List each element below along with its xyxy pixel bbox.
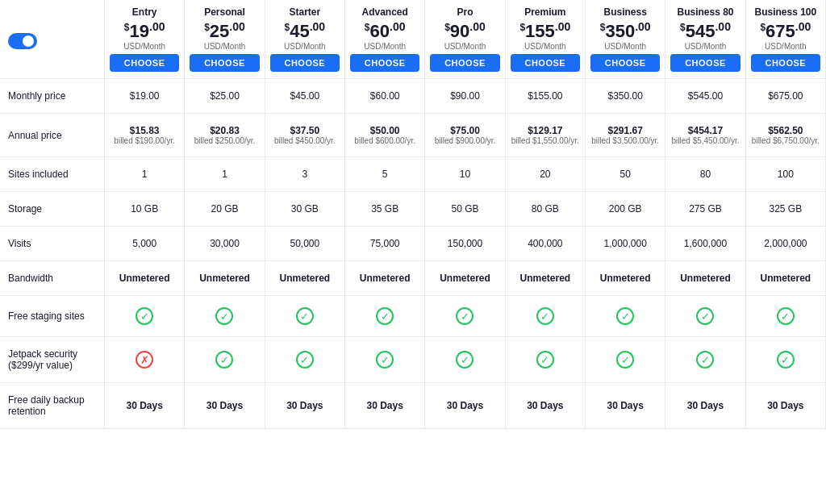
plan-name: Business (590, 6, 660, 18)
row-label-jetpack_security: Jetpack security ($299/yr value) (0, 337, 105, 382)
cell-bandwidth-1: Unmetered (185, 261, 265, 295)
row-label-monthly_price: Monthly price (0, 79, 105, 113)
header-row: Entry $19.00 USD/Month CHOOSE Personal $… (0, 0, 826, 79)
cell-sites_included-5: 20 (506, 157, 586, 191)
cell-storage-3: 35 GB (345, 192, 425, 226)
cell-backup_retention-1: 30 Days (185, 383, 265, 428)
row-free_staging: Free staging sites✓✓✓✓✓✓✓✓✓ (0, 296, 826, 337)
plan-header-business-100: Business 100 $675.00 USD/Month CHOOSE (746, 0, 826, 78)
choose-button[interactable]: CHOOSE (670, 54, 740, 72)
cell-monthly_price-6: $350.00 (586, 79, 665, 113)
plan-price: $545.00 (670, 21, 740, 40)
billing-toggle-area (0, 0, 105, 78)
plan-name: Business 80 (670, 6, 740, 18)
cell-backup_retention-4: 30 Days (425, 383, 505, 428)
row-sites_included: Sites included113510205080100 (0, 157, 826, 192)
check-icon: ✓ (777, 351, 795, 369)
annual-main-price: $454.17 (688, 125, 723, 136)
x-icon: ✗ (136, 351, 153, 369)
cell-annual_price-7: $454.17billed $5,450.00/yr. (665, 114, 745, 156)
cell-bandwidth-6: Unmetered (586, 261, 665, 295)
cell-free_staging-4: ✓ (425, 296, 505, 336)
choose-button[interactable]: CHOOSE (190, 54, 259, 72)
cell-sites_included-0: 1 (105, 157, 185, 191)
check-icon: ✓ (215, 351, 233, 369)
plan-header-entry: Entry $19.00 USD/Month CHOOSE (105, 0, 185, 78)
choose-button[interactable]: CHOOSE (110, 54, 179, 72)
cell-sites_included-2: 3 (265, 157, 345, 191)
check-icon: ✓ (215, 307, 233, 325)
choose-button[interactable]: CHOOSE (350, 54, 419, 72)
cell-free_staging-5: ✓ (506, 296, 586, 336)
cell-visits-1: 30,000 (185, 227, 265, 260)
plan-currency-period: USD/Month (270, 42, 340, 51)
plan-header-pro: Pro $90.00 USD/Month CHOOSE (425, 0, 505, 78)
cell-backup_retention-7: 30 Days (665, 383, 745, 428)
plan-price: $675.00 (751, 21, 820, 40)
check-icon: ✓ (536, 351, 554, 369)
plan-price: $155.00 (511, 21, 580, 40)
cell-jetpack_security-2: ✓ (265, 337, 345, 382)
check-icon: ✓ (136, 307, 153, 325)
choose-button[interactable]: CHOOSE (430, 54, 499, 72)
row-label-visits: Visits (0, 227, 105, 260)
cell-visits-3: 75,000 (345, 227, 425, 260)
cell-free_staging-0: ✓ (105, 296, 185, 336)
cell-free_staging-8: ✓ (746, 296, 826, 336)
billing-toggle[interactable] (8, 33, 37, 49)
cell-jetpack_security-6: ✓ (586, 337, 665, 382)
choose-button[interactable]: CHOOSE (511, 54, 580, 72)
cell-bandwidth-5: Unmetered (506, 261, 586, 295)
cell-annual_price-3: $50.00billed $600.00/yr. (345, 114, 425, 156)
row-label-storage: Storage (0, 192, 105, 226)
plan-header-premium: Premium $155.00 USD/Month CHOOSE (506, 0, 586, 78)
choose-button[interactable]: CHOOSE (590, 54, 660, 72)
plan-name: Premium (511, 6, 580, 18)
cell-visits-6: 1,000,000 (586, 227, 665, 260)
check-icon: ✓ (296, 351, 314, 369)
cell-monthly_price-8: $675.00 (746, 79, 826, 113)
choose-button[interactable]: CHOOSE (751, 54, 820, 72)
cell-visits-4: 150,000 (425, 227, 505, 260)
cell-monthly_price-3: $60.00 (345, 79, 425, 113)
cell-annual_price-0: $15.83billed $190.00/yr. (105, 114, 185, 156)
check-icon: ✓ (376, 307, 394, 325)
cell-jetpack_security-5: ✓ (506, 337, 586, 382)
plan-currency-period: USD/Month (110, 42, 179, 51)
row-bandwidth: BandwidthUnmeteredUnmeteredUnmeteredUnme… (0, 261, 826, 296)
plan-currency-period: USD/Month (430, 42, 499, 51)
row-visits: Visits5,00030,00050,00075,000150,000400,… (0, 227, 826, 261)
cell-visits-8: 2,000,000 (746, 227, 826, 260)
plan-name: Personal (190, 6, 259, 18)
cell-free_staging-7: ✓ (665, 296, 745, 336)
check-icon: ✓ (777, 307, 795, 325)
choose-button[interactable]: CHOOSE (270, 54, 340, 72)
plan-currency-period: USD/Month (670, 42, 740, 51)
cell-jetpack_security-8: ✓ (746, 337, 826, 382)
annual-main-price: $20.83 (210, 125, 240, 136)
annual-sub-price: billed $5,450.00/yr. (672, 136, 740, 145)
pricing-table: Entry $19.00 USD/Month CHOOSE Personal $… (0, 0, 826, 429)
cell-annual_price-2: $37.50billed $450.00/yr. (265, 114, 345, 156)
cell-jetpack_security-7: ✓ (665, 337, 745, 382)
cell-bandwidth-4: Unmetered (425, 261, 505, 295)
cell-storage-0: 10 GB (105, 192, 185, 226)
cell-sites_included-8: 100 (746, 157, 826, 191)
cell-jetpack_security-1: ✓ (185, 337, 265, 382)
plan-header-advanced: Advanced $60.00 USD/Month CHOOSE (345, 0, 425, 78)
cell-storage-6: 200 GB (586, 192, 665, 226)
cell-jetpack_security-0: ✗ (105, 337, 185, 382)
cell-storage-8: 325 GB (746, 192, 826, 226)
plan-price: $90.00 (430, 21, 499, 40)
cell-visits-7: 1,600,000 (665, 227, 745, 260)
cell-annual_price-1: $20.83billed $250.00/yr. (185, 114, 265, 156)
cell-storage-1: 20 GB (185, 192, 265, 226)
row-monthly_price: Monthly price$19.00$25.00$45.00$60.00$90… (0, 79, 826, 114)
cell-annual_price-5: $129.17billed $1,550.00/yr. (506, 114, 586, 156)
cell-visits-2: 50,000 (265, 227, 345, 260)
annual-sub-price: billed $190.00/yr. (114, 136, 175, 145)
annual-sub-price: billed $450.00/yr. (274, 136, 336, 145)
plan-header-business-80: Business 80 $545.00 USD/Month CHOOSE (665, 0, 745, 78)
row-annual_price: Annual price$15.83billed $190.00/yr.$20.… (0, 114, 826, 157)
row-label-bandwidth: Bandwidth (0, 261, 105, 295)
